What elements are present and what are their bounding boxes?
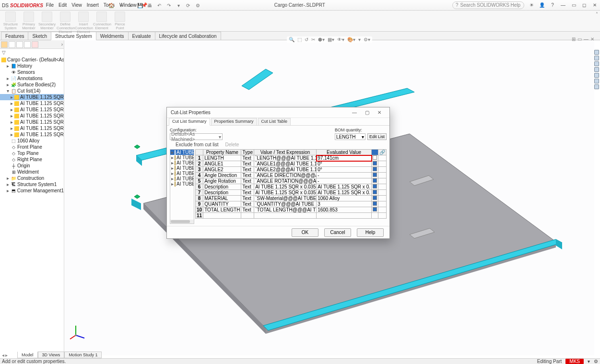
cell-evaluated[interactable]: 0° [317,161,372,167]
row-checkbox[interactable] [373,155,377,160]
row-checkbox[interactable] [373,207,377,211]
table-row[interactable]: 9QUANTITYText`QUANTITY@@@AI TUBE 1.125 S… [196,201,387,207]
status-dropdown-icon[interactable]: ▾ [588,359,590,364]
cell-evaluated[interactable]: AI TUBE 1.125 SQR x 0. [317,190,372,196]
ribbon-pierce-point[interactable]: Pierce Point [111,12,129,34]
cell-property-name[interactable]: Description [203,184,241,190]
btab-next-icon[interactable]: ▸ [5,352,8,358]
ribbon-primary-member[interactable]: Primary Member [20,12,37,34]
cell-evaluated[interactable]: 97.141cm [317,155,372,161]
expand-icon[interactable]: ▸ [11,132,13,137]
expand-icon[interactable]: ▸ [6,188,10,193]
tree-item[interactable]: ⊞Weldment [0,169,64,175]
cell-link[interactable] [378,167,387,173]
dialog-titlebar[interactable]: Cut-List Properties — ▢ ✕ [167,107,389,118]
spotlight-icon[interactable]: ☀ [528,2,535,9]
cell-value[interactable]: `ANGLE1@@@AI TUBE 1.125 SQR x 0.035 WAL [254,161,317,167]
col-property-name[interactable]: Property Name [203,150,241,155]
tab-evaluate[interactable]: Evaluate [128,32,155,40]
cutlist-item[interactable]: ▸AI TUBE 1.125 SQR x 0.03 [170,176,194,181]
edit-list-button[interactable]: Edit List [367,133,387,140]
cell-checkbox[interactable] [372,190,378,196]
cell-value[interactable]: AI TUBE 1.125 SQR x 0.035 WALL [254,184,317,190]
taskpane-properties-icon[interactable] [594,84,599,89]
expand-icon[interactable]: ▸ [171,155,174,160]
btab-model[interactable]: Model [17,352,38,358]
expand-icon[interactable]: ▸ [11,101,13,106]
cell-property-name[interactable]: QUANTITY [203,201,241,207]
cell-evaluated[interactable]: - [317,178,372,184]
fm-config-icon[interactable] [16,41,23,48]
dlg-tab-props[interactable]: Properties Summary [211,118,257,125]
cell-link[interactable] [378,190,387,196]
row-checkbox[interactable] [373,167,377,171]
expand-icon[interactable]: ▸ [11,119,13,125]
config-select[interactable]: Default<As Machined>▾ [170,133,223,140]
tree-item[interactable]: 👁Sensors [0,69,64,75]
table-row[interactable]: 8MATERIALText`SW-Material@@@AI TUBE 1.12… [196,196,387,201]
expand-icon[interactable]: ▸ [171,160,174,165]
expand-icon[interactable]: ▸ [171,150,174,155]
cutlist-item[interactable]: ▸AI TUBE 1.125 SQR x 0.03 [170,155,194,160]
exclude-action[interactable]: Exclude from cut list [176,142,218,147]
cell-link[interactable] [378,173,387,178]
cell-property-name[interactable] [203,213,241,219]
expand-icon[interactable]: ▸ [171,181,174,187]
table-row[interactable]: 5Angle RotationText`ANGLE ROTATION@@@AI … [196,178,387,184]
expand-icon[interactable]: ▸ [11,126,13,131]
ribbon-connection-element[interactable]: Connection Element [93,12,110,34]
tree-item[interactable]: ◇Right Plane [0,156,64,163]
col-value[interactable]: Value / Text Expression [254,150,317,155]
cell-checkbox[interactable] [372,184,378,190]
cell-link[interactable] [378,161,387,167]
cell-type[interactable]: Text [241,207,254,213]
ribbon-secondary-member[interactable]: Secondary Member [38,12,56,34]
btab-3dviews[interactable]: 3D Views [38,352,65,358]
fm-tree-icon[interactable] [1,41,8,48]
tree-item[interactable]: ▸🟨AI TUBE 1.125 SQR x 0.035 WALL [0,100,64,106]
taskpane-view-icon[interactable] [594,73,599,78]
cell-type[interactable]: Text [241,178,254,184]
help-menu-icon[interactable]: ? [549,2,556,9]
cell-property-name[interactable]: LENGTH [203,155,241,161]
table-row[interactable]: 11 [196,213,387,219]
cutlist-item[interactable]: ▸AI TUBE 1.125 SQR x 0.03 [170,181,194,187]
cell-evaluated[interactable]: AI TUBE 1.125 SQR x 0. [317,184,372,190]
col-type[interactable]: Type [241,150,254,155]
tree-root[interactable]: 🟨 Cargo Carrier- (Default<As Machined>) [0,57,64,63]
cell-value[interactable]: `SW-Material@@@AI TUBE 1.125 SQR x 0.035 [254,196,317,201]
tree-item[interactable]: ▸🧩Surface Bodies(2) [0,82,64,88]
tree-item[interactable]: ◇Front Plane [0,144,64,150]
table-row[interactable]: 6DescriptionTextAI TUBE 1.125 SQR x 0.03… [196,184,387,190]
undo-icon[interactable]: ↶ [156,2,163,9]
expand-icon[interactable]: ▸ [6,76,10,81]
cell-evaluated[interactable]: 3 [317,201,372,207]
expand-icon[interactable]: ▸ [6,182,10,187]
cell-value[interactable]: `ANGLE ROTATION@@@AI TUBE 1.125 SQR x [254,178,317,184]
tree-item[interactable]: ▸⬒Corner Management1 [0,188,64,194]
user-icon[interactable]: 👤 [539,2,545,9]
options-icon[interactable]: ⚙ [194,2,201,9]
expand-icon[interactable]: ▸ [6,82,10,87]
expand-icon[interactable]: ▸ [6,176,10,181]
tree-item[interactable]: ⬚1060 Alloy [0,138,64,144]
save-icon[interactable]: 💾 [137,2,143,9]
taskpane-resources-icon[interactable] [594,56,599,60]
tree-item[interactable]: ▸🟨AI TUBE 1.125 SQR x 0.035 WALL [0,113,64,119]
cell-link[interactable] [378,213,387,219]
cell-evaluated[interactable]: 1060 Alloy [317,196,372,201]
tree-item[interactable]: ▸🟨AI TUBE 1.125 SQR x 0.035 WALL [0,131,64,138]
status-units[interactable]: MKS [565,359,584,364]
row-checkbox[interactable] [373,178,377,183]
home-icon[interactable]: 🏠 [108,2,115,9]
bom-select[interactable]: LENGTH▾ [335,133,365,140]
cell-evaluated[interactable]: 0° [317,167,372,173]
cell-property-name[interactable]: MATERIAL [203,196,241,201]
help-button[interactable]: Help [357,228,384,237]
row-checkbox[interactable] [373,184,377,188]
row-checkbox[interactable] [373,190,377,194]
tree-item[interactable]: ▸📘History [0,63,64,69]
taskpane-appearances-icon[interactable] [594,79,599,83]
menu-insert[interactable]: Insert [87,2,99,8]
expand-icon[interactable]: ▸ [11,94,13,100]
